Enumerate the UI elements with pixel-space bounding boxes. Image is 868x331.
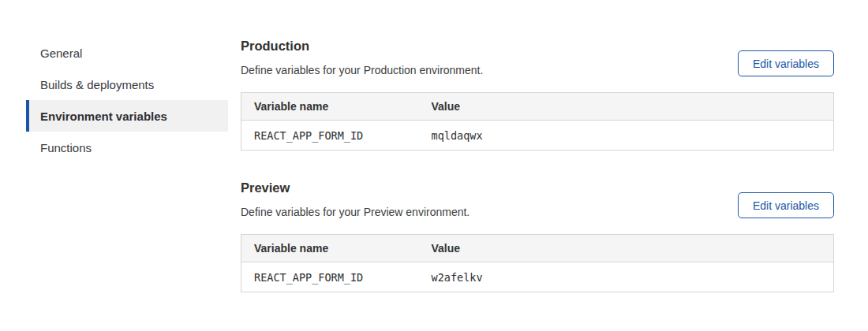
sidebar-item-label: Functions — [40, 141, 92, 154]
section-description-production: Define variables for your Production env… — [241, 64, 483, 76]
sidebar-item-general[interactable]: General — [26, 37, 228, 69]
column-header-value: Value — [419, 235, 834, 262]
variable-name-cell: REACT_APP_FORM_ID — [241, 262, 419, 292]
sidebar-item-functions[interactable]: Functions — [26, 132, 228, 163]
edit-variables-button-preview[interactable]: Edit variables — [738, 192, 834, 218]
table-row: REACT_APP_FORM_ID mqldaqwx — [241, 121, 834, 151]
variable-value-cell: w2afelkv — [419, 262, 834, 292]
environment-variables-page: General Builds & deployments Environment… — [0, 0, 868, 292]
table-header-row: Variable name Value — [241, 235, 834, 262]
settings-content: Production Define variables for your Pro… — [241, 37, 834, 292]
production-section: Production Define variables for your Pro… — [241, 39, 834, 151]
column-header-variable-name: Variable name — [241, 93, 419, 121]
variable-value-cell: mqldaqwx — [419, 121, 834, 151]
variables-table-preview: Variable name Value REACT_APP_FORM_ID w2… — [241, 234, 834, 292]
column-header-variable-name: Variable name — [241, 235, 419, 262]
settings-sidebar: General Builds & deployments Environment… — [26, 37, 228, 292]
table-header-row: Variable name Value — [241, 93, 834, 121]
section-description-preview: Define variables for your Preview enviro… — [241, 206, 470, 218]
variables-table-production: Variable name Value REACT_APP_FORM_ID mq… — [241, 92, 834, 151]
sidebar-item-builds-deployments[interactable]: Builds & deployments — [26, 69, 228, 100]
preview-section: Preview Define variables for your Previe… — [241, 180, 834, 292]
preview-section-header: Preview Define variables for your Previe… — [241, 180, 834, 218]
production-section-titles: Production Define variables for your Pro… — [241, 39, 483, 76]
preview-section-titles: Preview Define variables for your Previe… — [241, 180, 470, 218]
column-header-value: Value — [419, 93, 834, 121]
sidebar-item-environment-variables[interactable]: Environment variables — [26, 100, 228, 132]
variable-name-cell: REACT_APP_FORM_ID — [241, 121, 419, 151]
table-row: REACT_APP_FORM_ID w2afelkv — [241, 262, 834, 292]
sidebar-item-label: Environment variables — [40, 110, 167, 123]
production-section-header: Production Define variables for your Pro… — [241, 39, 834, 76]
sidebar-item-label: General — [40, 46, 82, 60]
sidebar-item-label: Builds & deployments — [40, 78, 154, 91]
section-title-production: Production — [241, 39, 483, 54]
edit-variables-button-production[interactable]: Edit variables — [738, 50, 834, 76]
section-title-preview: Preview — [241, 180, 470, 195]
